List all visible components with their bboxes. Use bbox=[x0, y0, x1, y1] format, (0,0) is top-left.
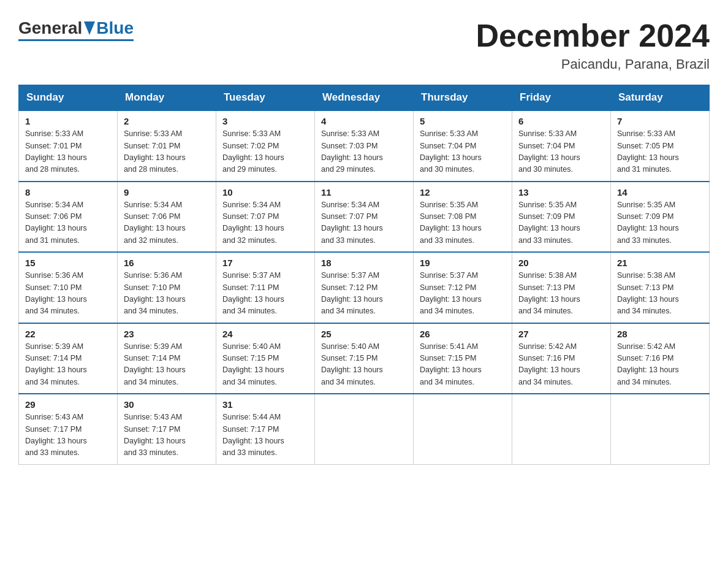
day-header-tuesday: Tuesday bbox=[216, 85, 315, 111]
day-number: 10 bbox=[222, 187, 308, 197]
calendar-day-cell: 4Sunrise: 5:33 AMSunset: 7:03 PMDaylight… bbox=[315, 110, 414, 182]
calendar-day-cell: 6Sunrise: 5:33 AMSunset: 7:04 PMDaylight… bbox=[512, 110, 611, 182]
calendar-day-cell: 30Sunrise: 5:43 AMSunset: 7:17 PMDayligh… bbox=[118, 394, 216, 464]
day-info: Sunrise: 5:40 AMSunset: 7:15 PMDaylight:… bbox=[222, 341, 308, 389]
calendar-day-cell: 1Sunrise: 5:33 AMSunset: 7:01 PMDaylight… bbox=[19, 110, 118, 182]
day-number: 30 bbox=[124, 399, 210, 410]
calendar-day-cell: 11Sunrise: 5:34 AMSunset: 7:07 PMDayligh… bbox=[315, 182, 414, 253]
day-info: Sunrise: 5:40 AMSunset: 7:15 PMDaylight:… bbox=[321, 341, 407, 389]
title-section: December 2024 Paicandu, Parana, Brazil bbox=[476, 18, 710, 72]
day-info: Sunrise: 5:43 AMSunset: 7:17 PMDaylight:… bbox=[25, 412, 111, 459]
page-header: General Blue December 2024 Paicandu, Par… bbox=[18, 18, 710, 72]
day-info: Sunrise: 5:34 AMSunset: 7:06 PMDaylight:… bbox=[25, 199, 111, 247]
logo: General Blue bbox=[18, 18, 134, 41]
day-info: Sunrise: 5:34 AMSunset: 7:07 PMDaylight:… bbox=[222, 199, 308, 247]
day-info: Sunrise: 5:38 AMSunset: 7:13 PMDaylight:… bbox=[617, 270, 703, 318]
calendar-day-cell: 21Sunrise: 5:38 AMSunset: 7:13 PMDayligh… bbox=[611, 252, 710, 323]
calendar-day-cell: 16Sunrise: 5:36 AMSunset: 7:10 PMDayligh… bbox=[118, 252, 216, 323]
day-number: 25 bbox=[321, 329, 407, 339]
calendar-day-cell: 17Sunrise: 5:37 AMSunset: 7:11 PMDayligh… bbox=[216, 252, 315, 323]
day-number: 5 bbox=[420, 116, 506, 126]
calendar-day-cell: 13Sunrise: 5:35 AMSunset: 7:09 PMDayligh… bbox=[512, 182, 611, 253]
day-number: 21 bbox=[617, 258, 703, 268]
day-number: 27 bbox=[518, 329, 604, 339]
day-number: 8 bbox=[25, 187, 111, 197]
day-info: Sunrise: 5:33 AMSunset: 7:02 PMDaylight:… bbox=[222, 128, 308, 176]
calendar-day-cell: 9Sunrise: 5:34 AMSunset: 7:06 PMDaylight… bbox=[118, 182, 216, 253]
day-info: Sunrise: 5:35 AMSunset: 7:09 PMDaylight:… bbox=[518, 199, 604, 247]
day-number: 13 bbox=[518, 187, 604, 197]
day-number: 11 bbox=[321, 187, 407, 197]
day-number: 20 bbox=[518, 258, 604, 268]
day-number: 22 bbox=[25, 329, 111, 339]
calendar-week-row: 22Sunrise: 5:39 AMSunset: 7:14 PMDayligh… bbox=[19, 323, 710, 394]
calendar-day-cell: 10Sunrise: 5:34 AMSunset: 7:07 PMDayligh… bbox=[216, 182, 315, 253]
calendar-day-cell: 2Sunrise: 5:33 AMSunset: 7:01 PMDaylight… bbox=[118, 110, 216, 182]
subtitle: Paicandu, Parana, Brazil bbox=[476, 56, 710, 72]
day-header-friday: Friday bbox=[512, 85, 611, 111]
day-info: Sunrise: 5:37 AMSunset: 7:11 PMDaylight:… bbox=[222, 270, 308, 318]
day-info: Sunrise: 5:42 AMSunset: 7:16 PMDaylight:… bbox=[518, 341, 604, 389]
day-info: Sunrise: 5:33 AMSunset: 7:03 PMDaylight:… bbox=[321, 128, 407, 176]
day-number: 9 bbox=[124, 187, 210, 197]
calendar-day-cell: 25Sunrise: 5:40 AMSunset: 7:15 PMDayligh… bbox=[315, 323, 414, 394]
calendar-day-cell: 26Sunrise: 5:41 AMSunset: 7:15 PMDayligh… bbox=[414, 323, 512, 394]
day-number: 1 bbox=[25, 116, 111, 126]
logo-underline bbox=[18, 39, 134, 41]
calendar-day-cell: 29Sunrise: 5:43 AMSunset: 7:17 PMDayligh… bbox=[19, 394, 118, 464]
day-info: Sunrise: 5:36 AMSunset: 7:10 PMDaylight:… bbox=[124, 270, 210, 318]
day-info: Sunrise: 5:36 AMSunset: 7:10 PMDaylight:… bbox=[25, 270, 111, 318]
day-number: 2 bbox=[124, 116, 210, 126]
day-info: Sunrise: 5:34 AMSunset: 7:07 PMDaylight:… bbox=[321, 199, 407, 247]
day-info: Sunrise: 5:39 AMSunset: 7:14 PMDaylight:… bbox=[124, 341, 210, 389]
calendar-week-row: 1Sunrise: 5:33 AMSunset: 7:01 PMDaylight… bbox=[19, 110, 710, 182]
calendar-day-cell: 18Sunrise: 5:37 AMSunset: 7:12 PMDayligh… bbox=[315, 252, 414, 323]
calendar-empty-cell bbox=[315, 394, 414, 464]
day-header-thursday: Thursday bbox=[414, 85, 512, 111]
calendar-empty-cell bbox=[414, 394, 512, 464]
day-info: Sunrise: 5:37 AMSunset: 7:12 PMDaylight:… bbox=[420, 270, 506, 318]
day-info: Sunrise: 5:34 AMSunset: 7:06 PMDaylight:… bbox=[124, 199, 210, 247]
calendar-day-cell: 24Sunrise: 5:40 AMSunset: 7:15 PMDayligh… bbox=[216, 323, 315, 394]
calendar-empty-cell bbox=[512, 394, 611, 464]
logo-flag-icon bbox=[84, 21, 95, 35]
day-number: 19 bbox=[420, 258, 506, 268]
day-info: Sunrise: 5:43 AMSunset: 7:17 PMDaylight:… bbox=[124, 412, 210, 459]
day-number: 24 bbox=[222, 329, 308, 339]
day-number: 31 bbox=[222, 399, 308, 410]
day-header-wednesday: Wednesday bbox=[315, 85, 414, 111]
day-number: 7 bbox=[617, 116, 703, 126]
day-info: Sunrise: 5:35 AMSunset: 7:09 PMDaylight:… bbox=[617, 199, 703, 247]
day-number: 12 bbox=[420, 187, 506, 197]
calendar-empty-cell bbox=[611, 394, 710, 464]
calendar-week-row: 8Sunrise: 5:34 AMSunset: 7:06 PMDaylight… bbox=[19, 182, 710, 253]
day-number: 3 bbox=[222, 116, 308, 126]
day-number: 18 bbox=[321, 258, 407, 268]
day-info: Sunrise: 5:44 AMSunset: 7:17 PMDaylight:… bbox=[222, 412, 308, 459]
day-info: Sunrise: 5:33 AMSunset: 7:04 PMDaylight:… bbox=[518, 128, 604, 176]
day-number: 28 bbox=[617, 329, 703, 339]
calendar-week-row: 29Sunrise: 5:43 AMSunset: 7:17 PMDayligh… bbox=[19, 394, 710, 464]
day-info: Sunrise: 5:37 AMSunset: 7:12 PMDaylight:… bbox=[321, 270, 407, 318]
calendar-day-cell: 19Sunrise: 5:37 AMSunset: 7:12 PMDayligh… bbox=[414, 252, 512, 323]
calendar-day-cell: 31Sunrise: 5:44 AMSunset: 7:17 PMDayligh… bbox=[216, 394, 315, 464]
calendar-day-cell: 22Sunrise: 5:39 AMSunset: 7:14 PMDayligh… bbox=[19, 323, 118, 394]
logo-blue-text: Blue bbox=[96, 18, 134, 38]
calendar-day-cell: 7Sunrise: 5:33 AMSunset: 7:05 PMDaylight… bbox=[611, 110, 710, 182]
day-number: 23 bbox=[124, 329, 210, 339]
calendar-day-cell: 5Sunrise: 5:33 AMSunset: 7:04 PMDaylight… bbox=[414, 110, 512, 182]
calendar-day-cell: 20Sunrise: 5:38 AMSunset: 7:13 PMDayligh… bbox=[512, 252, 611, 323]
day-info: Sunrise: 5:42 AMSunset: 7:16 PMDaylight:… bbox=[617, 341, 703, 389]
day-number: 16 bbox=[124, 258, 210, 268]
day-info: Sunrise: 5:35 AMSunset: 7:08 PMDaylight:… bbox=[420, 199, 506, 247]
day-info: Sunrise: 5:33 AMSunset: 7:01 PMDaylight:… bbox=[124, 128, 210, 176]
calendar-day-cell: 14Sunrise: 5:35 AMSunset: 7:09 PMDayligh… bbox=[611, 182, 710, 253]
day-header-saturday: Saturday bbox=[611, 85, 710, 111]
day-number: 6 bbox=[518, 116, 604, 126]
calendar-day-cell: 15Sunrise: 5:36 AMSunset: 7:10 PMDayligh… bbox=[19, 252, 118, 323]
calendar-day-cell: 12Sunrise: 5:35 AMSunset: 7:08 PMDayligh… bbox=[414, 182, 512, 253]
day-info: Sunrise: 5:39 AMSunset: 7:14 PMDaylight:… bbox=[25, 341, 111, 389]
calendar-table: SundayMondayTuesdayWednesdayThursdayFrid… bbox=[18, 85, 710, 465]
day-info: Sunrise: 5:33 AMSunset: 7:04 PMDaylight:… bbox=[420, 128, 506, 176]
logo-general-text: General bbox=[18, 18, 82, 38]
